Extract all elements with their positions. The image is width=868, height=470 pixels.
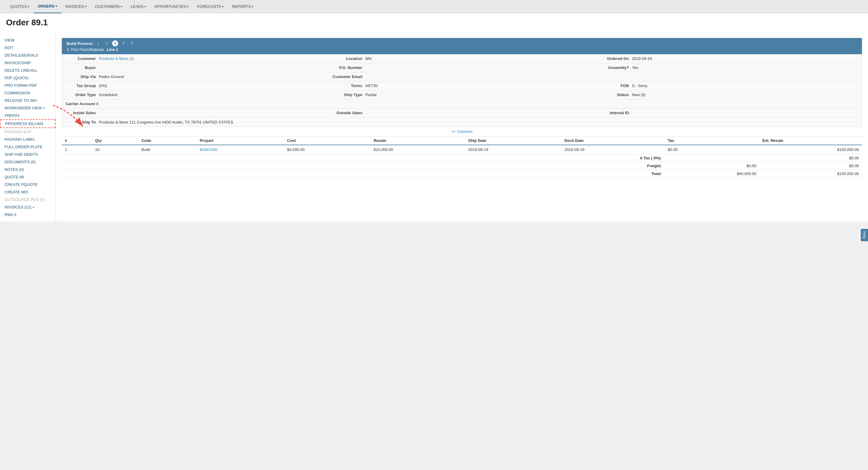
nav-reports[interactable]: REPORTS ▾ — [228, 0, 258, 13]
nav-invoices[interactable]: INVOICES ▾ — [61, 0, 91, 13]
nav-leads[interactable]: LEADS ▾ — [126, 0, 150, 13]
opportunities-arrow: ▾ — [187, 5, 189, 8]
sidebar-item-edit[interactable]: EDIT — [0, 44, 56, 52]
outside-sales-cell: Outside Sales — [329, 108, 595, 117]
nav-forecasts[interactable]: FORECASTS ▾ — [193, 0, 227, 13]
step-4[interactable]: 4 — [121, 40, 127, 46]
tax-group-cell: Tax Group (0%) — [62, 81, 329, 90]
info-row-4: Tax Group (0%) Terms NET30 FOB S - Sorry — [62, 81, 862, 90]
ordered-on-value: 2019-09-19 — [632, 56, 652, 61]
columns-toggle[interactable]: +/- Columns — [62, 127, 862, 136]
sidebar-item-outsource-pos--0-: OUTSOURCE POS (0) — [0, 196, 56, 203]
sidebar-item-release-to-wh[interactable]: RELEASE TO WH — [0, 97, 56, 104]
terms-cell: Terms NET30 — [329, 81, 595, 90]
sidebar-item-create-wo[interactable]: CREATE WO — [0, 188, 56, 196]
nav-opportunities[interactable]: OPPORTUNITIES ▾ — [150, 0, 193, 13]
order-type-value: Scheduled — [99, 93, 117, 97]
po-number-cell: P.O. Number — [329, 63, 595, 72]
assembly-cell: Assembly? Yes — [595, 63, 862, 72]
leads-arrow: ▾ — [144, 5, 146, 8]
sidebar-item-progress-billing[interactable]: PROGRESS BILLING — [0, 119, 56, 128]
sidebar-item-documents--0-[interactable]: DOCUMENTS (0) — [0, 158, 56, 166]
col-dock-date: Dock Date — [561, 136, 665, 145]
sidebar-item-packing-label[interactable]: PACKING LABEL — [0, 135, 56, 143]
tax-group-value: (0%) — [99, 84, 107, 88]
ship-type-value: Partial — [365, 93, 376, 97]
sidebar: VIEWEDITDETAILS/SERIALSINVOICE/SHIPDELET… — [0, 33, 56, 221]
nav-customers[interactable]: CUSTOMERS ▾ — [91, 0, 127, 13]
forecasts-arrow: ▾ — [222, 5, 224, 8]
ordered-on-cell: Ordered On 2019-09-19 — [595, 54, 862, 63]
carrier-account-cell: Carrier Account # — [62, 99, 329, 108]
sidebar-item-rma-3[interactable]: RMA 3 — [0, 211, 56, 218]
col-code: Code — [138, 136, 197, 145]
status-cell: Status New (0) — [595, 90, 862, 99]
build-process-subtitle: 3. Pick Parts/Material Line 1 — [67, 47, 857, 52]
inside-sales-cell: Inside Sales — [62, 108, 329, 117]
col-qty: Qty — [92, 136, 138, 145]
sidebar-item-ship-and-debits[interactable]: SHIP AND DEBITS — [0, 151, 56, 158]
fob-value: S - Sorry — [632, 84, 647, 88]
sidebar-item-create-pquote[interactable]: CREATE PQUOTE — [0, 181, 56, 188]
status-value: New (0) — [632, 93, 646, 97]
page-title: Order 89.1 — [6, 18, 862, 27]
sidebar-item-view[interactable]: VIEW — [0, 36, 56, 44]
main-content: Build Process 1 2 3 4 5 3. Pick Parts/Ma… — [56, 33, 868, 221]
empty-cell-2 — [329, 99, 595, 108]
empty-cell-1 — [595, 72, 862, 81]
sidebar-item-invoices--12--+[interactable]: INVOICES (12) + — [0, 203, 56, 211]
col-ext-resale: Ext. Resale — [759, 136, 862, 145]
sidebar-item-commission[interactable]: COMMISSION — [0, 89, 56, 97]
orders-arrow: ▾ — [56, 4, 57, 8]
info-row-8: Ship To Products & More 111 Congress Ave… — [62, 118, 862, 127]
buyer-cell: Buyer — [62, 63, 329, 72]
col-cost: Cost — [284, 136, 371, 145]
table-row[interactable]: 110BuildBOM1000$4,000.00$10,000.002019-0… — [62, 145, 862, 154]
build-process-bar: Build Process 1 2 3 4 5 3. Pick Parts/Ma… — [62, 38, 862, 54]
sidebar-item-invoice-ship[interactable]: INVOICE/SHIP — [0, 59, 56, 67]
reports-arrow: ▾ — [252, 5, 253, 8]
location-cell: Location MN — [329, 54, 595, 63]
empty-cell-3 — [595, 99, 862, 108]
step-3[interactable]: 3 — [112, 40, 118, 46]
sidebar-item-quote-89[interactable]: QUOTE 89 — [0, 173, 56, 181]
location-value: MN — [365, 56, 371, 61]
sidebar-item-pro-forma-pdf[interactable]: PRO FORMA PDF — [0, 82, 56, 89]
quotes-arrow: ▾ — [28, 5, 29, 8]
customers-arrow: ▾ — [121, 5, 122, 8]
terms-value: NET30 — [365, 84, 377, 88]
top-navigation: QUOTES ▾ ORDERS ▾ INVOICES ▾ CUSTOMERS ▾… — [0, 0, 868, 13]
step-1[interactable]: 1 — [95, 40, 101, 46]
ship-via-value: Fedex Ground — [99, 74, 124, 79]
step-2[interactable]: 2 — [104, 40, 110, 46]
fob-cell: FOB S - Sorry — [595, 81, 862, 90]
sidebar-item-packing-slip: PACKING SLIP — [0, 128, 56, 135]
col-prcpart: Prcpart — [197, 136, 284, 145]
summary-row-2: Total:$40,000.00$100,000.00 — [62, 170, 862, 178]
customer-value[interactable]: Products & More (3) — [99, 56, 134, 61]
info-row-5: Order Type Scheduled Ship Type Partial S… — [62, 90, 862, 99]
sidebar-item-prepay[interactable]: PREPAY — [0, 112, 56, 119]
info-row-6: Carrier Account # — [62, 99, 862, 108]
col-tax: Tax — [665, 136, 760, 145]
assembly-value: Yes — [632, 65, 638, 70]
build-process-label: Build Process — [67, 41, 93, 46]
customer-cell: Customer Products & More (3) — [62, 54, 329, 63]
order-type-cell: Order Type Scheduled — [62, 90, 329, 99]
internal-id-cell: Internal ID — [595, 108, 862, 117]
ship-to-value: Products & More 111 Congress Ave #400 Au… — [99, 120, 233, 124]
info-row-3: Ship Via Fedex Ground Customer Email — [62, 72, 862, 81]
sidebar-item-details-serials[interactable]: DETAILS/SERIALS — [0, 52, 56, 59]
ship-type-cell: Ship Type Partial — [329, 90, 595, 99]
sidebar-item-workorder-view-+[interactable]: WORKORDER VIEW + — [0, 104, 56, 112]
customer-email-cell: Customer Email — [329, 72, 595, 81]
nav-orders[interactable]: ORDERS ▾ — [33, 0, 61, 13]
sidebar-item-notes--0-[interactable]: NOTES (0) — [0, 166, 56, 173]
sidebar-item-pdf--quick-[interactable]: PDF (QUICK) — [0, 74, 56, 82]
step-5[interactable]: 5 — [129, 40, 135, 46]
info-row-2: Buyer P.O. Number Assembly? Yes — [62, 63, 862, 72]
main-layout: VIEWEDITDETAILS/SERIALSINVOICE/SHIPDELET… — [0, 33, 868, 221]
nav-quotes[interactable]: QUOTES ▾ — [6, 0, 33, 13]
sidebar-item-delete-line-all[interactable]: DELETE LINE/ALL — [0, 67, 56, 74]
sidebar-item-full-order-plate[interactable]: FULL ORDER PLATE — [0, 143, 56, 151]
